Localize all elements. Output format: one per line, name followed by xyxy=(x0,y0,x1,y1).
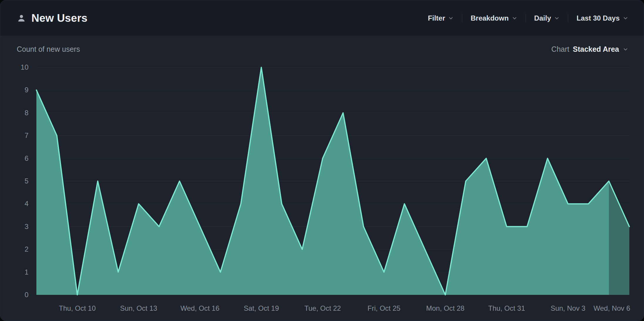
y-tick-label: 0 xyxy=(25,291,28,299)
x-tick-label: Thu, Oct 10 xyxy=(59,304,96,312)
subheader: Count of new users Chart Stacked Area xyxy=(0,36,644,54)
filter-control[interactable]: Filter xyxy=(420,14,462,22)
x-tick-label: Sat, Oct 19 xyxy=(244,304,279,312)
x-tick-label: Wed, Nov 6 xyxy=(594,304,630,312)
filter-label: Filter xyxy=(428,14,445,22)
chevron-down-icon xyxy=(623,46,628,52)
y-tick-label: 10 xyxy=(21,63,28,71)
x-tick-label: Fri, Oct 25 xyxy=(367,304,400,312)
y-tick-label: 9 xyxy=(25,86,28,94)
x-tick-label: Thu, Oct 31 xyxy=(488,304,525,312)
chevron-down-icon xyxy=(512,15,517,21)
x-tick-label: Sun, Oct 13 xyxy=(120,304,157,312)
y-tick-label: 2 xyxy=(25,245,28,253)
breakdown-label: Breakdown xyxy=(471,14,508,22)
y-tick-label: 1 xyxy=(25,268,28,276)
x-tick-label: Wed, Oct 16 xyxy=(181,304,220,312)
new-users-widget: 012345678910Thu, Oct 10Sun, Oct 13Wed, O… xyxy=(0,0,644,321)
chart-type-value: Stacked Area xyxy=(573,45,619,54)
granularity-control[interactable]: Daily xyxy=(526,14,568,22)
widget-header: New Users Filter Breakdown Daily Last 30… xyxy=(0,0,644,36)
chart-type-caption: Chart xyxy=(551,45,569,54)
x-tick-label: Sun, Nov 3 xyxy=(551,304,586,312)
date-range-label: Last 30 Days xyxy=(576,14,620,22)
chevron-down-icon xyxy=(448,15,454,21)
breakdown-control[interactable]: Breakdown xyxy=(462,14,525,22)
x-tick-label: Tue, Oct 22 xyxy=(304,304,341,312)
granularity-label: Daily xyxy=(534,14,551,22)
y-tick-label: 7 xyxy=(25,131,28,139)
header-controls: Filter Breakdown Daily Last 30 Days xyxy=(420,14,628,23)
y-tick-label: 8 xyxy=(25,109,28,117)
incomplete-period-overlay xyxy=(609,181,629,295)
widget-title: New Users xyxy=(31,12,87,24)
user-icon xyxy=(17,14,26,23)
date-range-control[interactable]: Last 30 Days xyxy=(568,14,628,22)
y-tick-label: 6 xyxy=(25,154,28,162)
metric-label: Count of new users xyxy=(17,45,80,54)
title-group: New Users xyxy=(17,12,87,24)
chevron-down-icon xyxy=(623,15,628,21)
y-tick-label: 3 xyxy=(25,223,28,230)
chart-type-selector[interactable]: Chart Stacked Area xyxy=(551,45,628,54)
y-tick-label: 4 xyxy=(25,200,28,208)
chevron-down-icon xyxy=(554,15,560,21)
y-tick-label: 5 xyxy=(25,177,28,185)
x-tick-label: Mon, Oct 28 xyxy=(426,304,465,312)
